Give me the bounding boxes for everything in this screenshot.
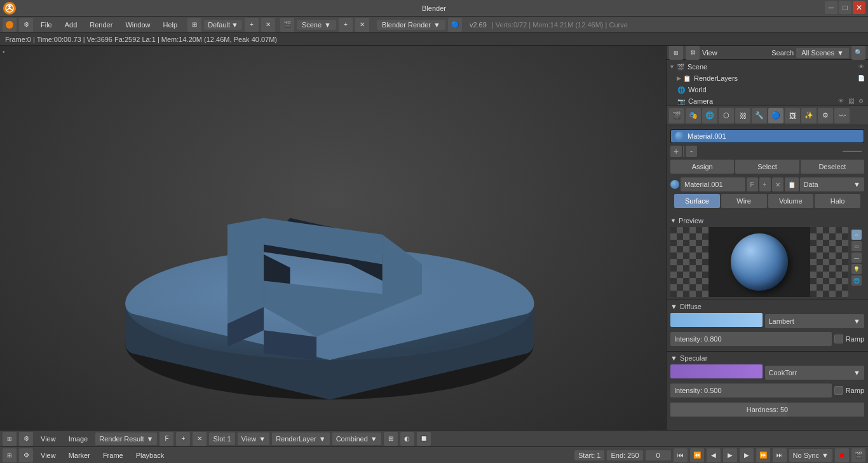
object-props-icon[interactable]: ⬡ [719, 108, 734, 123]
preview-header[interactable]: ▼ Preview [670, 217, 864, 225]
all-scenes-dropdown[interactable]: All Scenes▼ [796, 48, 849, 58]
material-list-item[interactable]: Material.001 [671, 130, 864, 142]
material-add-btn[interactable]: + [670, 146, 682, 157]
specular-ramp-checkbox[interactable] [834, 386, 843, 395]
menu-window[interactable]: Window [120, 20, 155, 30]
slot-dropdown[interactable]: Slot 1 [209, 432, 234, 445]
specular-intensity-field[interactable]: Intensity: 0.500 [670, 384, 832, 397]
combined-dropdown[interactable]: Combined ▼ [332, 432, 381, 445]
prev-keyframe-btn[interactable]: ◀ [707, 448, 721, 462]
workspace-add-icon[interactable]: + [245, 18, 259, 32]
deselect-button[interactable]: Deselect [801, 160, 864, 174]
outliner-world-row[interactable]: 🌐 World [667, 84, 868, 95]
mat-copy-button[interactable]: 📋 [785, 177, 799, 191]
preview-sphere-btn[interactable]: ○ [851, 230, 862, 240]
diffuse-color-bar[interactable] [670, 313, 763, 327]
anim-icon2[interactable]: 🎬 [851, 448, 865, 462]
preview-light-btn[interactable]: 💡 [851, 264, 862, 274]
workspace-selector[interactable]: Default ▼ [204, 20, 242, 30]
maximize-button[interactable]: □ [839, 1, 851, 14]
world-props-icon[interactable]: 🌐 [702, 108, 717, 123]
skip-start-btn[interactable]: ⏮ [674, 448, 688, 462]
prev-frame-btn[interactable]: ⏪ [690, 448, 704, 462]
scene-close-icon[interactable]: ✕ [355, 18, 369, 32]
camera-settings-icon[interactable]: ⚙ [857, 97, 865, 106]
render-bar-settings[interactable]: ⚙ [19, 432, 33, 446]
frame-label[interactable]: Frame [98, 450, 128, 460]
timeline-icon[interactable]: ⊞ [3, 448, 17, 462]
play-btn[interactable]: ▶ [723, 448, 737, 462]
render-toggle3-icon[interactable]: 🔲 [417, 432, 431, 446]
diffuse-ramp-checkbox[interactable] [834, 335, 843, 343]
constraints-icon[interactable]: ⛓ [735, 108, 750, 123]
marker-label[interactable]: Marker [64, 450, 95, 460]
outliner-icon[interactable]: ⊞ [669, 46, 683, 60]
material-remove-btn[interactable]: - [686, 146, 697, 157]
outliner-search-icon[interactable]: 🔍 [851, 46, 865, 60]
preview-world-btn[interactable]: 🌐 [851, 275, 862, 286]
visibility-icon[interactable]: 👁 [857, 62, 865, 71]
viewport[interactable]: • [0, 46, 666, 430]
curve-data-icon[interactable]: 〰 [834, 108, 850, 123]
sync-dropdown[interactable]: No Sync ▼ [789, 449, 832, 462]
camera-visibility-icon[interactable]: 👁 [836, 97, 845, 106]
mat-link-button[interactable]: + [759, 177, 771, 191]
modifiers-icon[interactable]: 🔧 [752, 108, 767, 123]
render-image-label[interactable]: Image [64, 434, 93, 444]
diffuse-intensity-field[interactable]: Intensity: 0.800 [670, 332, 832, 346]
menu-settings-icon[interactable]: ⚙ [19, 18, 33, 32]
render-engine-selector[interactable]: Blender Render ▼ [377, 20, 445, 30]
render-props-icon[interactable]: 🎬 [669, 108, 684, 123]
tab-halo[interactable]: Halo [815, 194, 860, 208]
tab-wire[interactable]: Wire [721, 194, 767, 208]
diffuse-header[interactable]: ▼ Diffuse [670, 303, 864, 310]
specular-color-bar[interactable] [670, 364, 763, 378]
preview-cube-btn[interactable]: □ [851, 241, 862, 251]
render-result-dropdown[interactable]: Render Result ▼ [95, 432, 157, 445]
minimize-button[interactable]: ─ [825, 1, 837, 14]
renderlayer-dropdown[interactable]: RenderLayer ▼ [272, 432, 329, 445]
outliner-view-label[interactable]: View [702, 49, 769, 57]
render-plus-icon[interactable]: + [176, 432, 190, 446]
preview-plane-btn[interactable]: — [851, 252, 862, 263]
diffuse-shader-dropdown[interactable]: Lambert ▼ [765, 314, 865, 328]
mat-x-button[interactable]: ✕ [772, 177, 783, 191]
select-button[interactable]: Select [735, 160, 799, 174]
view-label[interactable]: View [36, 450, 61, 460]
render-bar-icon[interactable]: ⊞ [3, 432, 17, 446]
hardness-slider[interactable]: Hardness: 50 [670, 403, 864, 417]
mat-f-button[interactable]: F [747, 177, 758, 191]
material-icon-btn[interactable]: 🔵 [768, 108, 783, 123]
material-name-field[interactable]: Material.001 [681, 177, 745, 191]
particles-icon[interactable]: ✨ [801, 108, 817, 123]
end-frame[interactable]: End: 250 [607, 450, 642, 460]
workspace-close-icon[interactable]: ✕ [261, 18, 275, 32]
layout-icon[interactable]: ⊞ [187, 18, 201, 32]
outliner-settings-icon[interactable]: ⚙ [686, 46, 700, 60]
record-btn[interactable]: ⏺ [835, 448, 849, 462]
view2-dropdown[interactable]: View ▼ [238, 432, 270, 445]
physics-icon[interactable]: ⚙ [818, 108, 833, 123]
texture-icon[interactable]: 🖼 [785, 108, 800, 123]
render-icon[interactable]: 🔵 [448, 18, 462, 32]
playback-label[interactable]: Playback [131, 450, 170, 460]
render-view-label[interactable]: View [36, 434, 61, 444]
close-button[interactable]: ✕ [853, 1, 865, 14]
specular-shader-dropdown[interactable]: CookTorr ▼ [765, 366, 865, 380]
menu-render[interactable]: Render [85, 20, 118, 30]
scene-add-icon[interactable]: + [339, 18, 353, 32]
scene-icon-btn[interactable]: 🎬 [280, 18, 294, 32]
assign-button[interactable]: Assign [670, 160, 734, 174]
outliner-camera-row[interactable]: 📷 Camera 👁 🖼 ⚙ [667, 95, 868, 106]
blender-icon-btn[interactable] [3, 18, 17, 32]
render-toggle1-icon[interactable]: ⊞ [384, 432, 398, 446]
scene-selector[interactable]: Scene ▼ [297, 20, 336, 30]
current-frame[interactable]: 0 [646, 450, 671, 460]
render-f-icon[interactable]: F [159, 432, 173, 446]
outliner-renderlayers-row[interactable]: ▶ 📋 RenderLayers 📄 [667, 73, 868, 84]
menu-add[interactable]: Add [60, 20, 83, 30]
menu-help[interactable]: Help [158, 20, 183, 30]
data-dropdown[interactable]: Data ▼ [800, 177, 865, 191]
next-keyframe-btn[interactable]: ▶ [740, 448, 754, 462]
render-x-icon[interactable]: ✕ [193, 432, 207, 446]
